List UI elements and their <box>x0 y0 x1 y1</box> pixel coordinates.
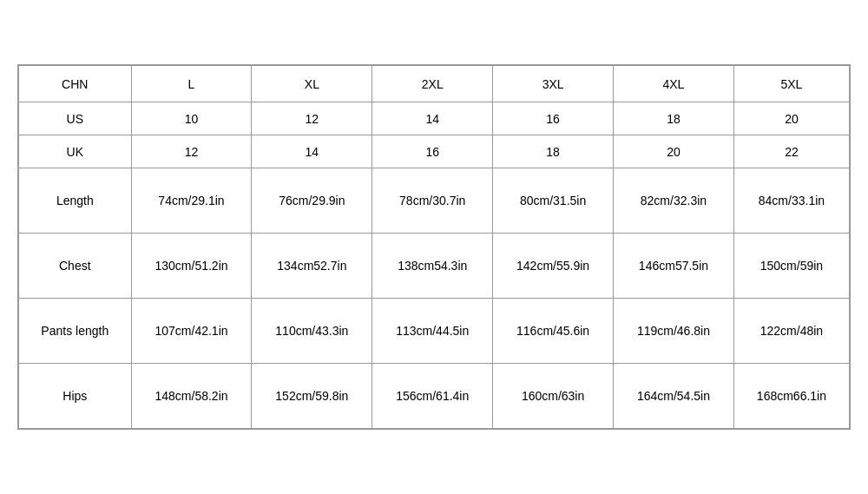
size-5xl: 5XL <box>733 66 849 102</box>
uk-5xl: 22 <box>733 135 849 168</box>
chest-2xl: 138cm54.3in <box>372 234 493 299</box>
length-xl: 76cm/29.9in <box>252 168 372 234</box>
length-l: 74cm/29.1in <box>131 168 252 234</box>
size-l: L <box>131 66 252 102</box>
size-xl: XL <box>252 66 372 102</box>
uk-xl: 14 <box>252 135 372 168</box>
us-row: US 10 12 14 16 18 20 <box>19 102 850 135</box>
chest-4xl: 146cm57.5in <box>614 234 734 299</box>
uk-row: UK 12 14 16 18 20 22 <box>19 135 850 168</box>
hips-label: Hips <box>19 364 132 429</box>
uk-l: 12 <box>131 135 252 168</box>
length-5xl: 84cm/33.1in <box>733 168 849 234</box>
uk-2xl: 16 <box>372 135 493 168</box>
chest-label: Chest <box>19 234 132 299</box>
hips-5xl: 168cm66.1in <box>733 364 849 429</box>
pants-length-3xl: 116cm/45.6in <box>493 299 614 364</box>
length-2xl: 78cm/30.7in <box>372 168 493 234</box>
length-4xl: 82cm/32.3in <box>614 168 734 234</box>
uk-3xl: 18 <box>493 135 614 168</box>
pants-length-4xl: 119cm/46.8in <box>614 299 734 364</box>
length-row: Length 74cm/29.1in 76cm/29.9in 78cm/30.7… <box>19 168 850 234</box>
length-3xl: 80cm/31.5in <box>493 168 614 234</box>
size-chart-table: CHN L XL 2XL 3XL 4XL 5XL US 10 12 14 16 … <box>18 65 850 429</box>
hips-l: 148cm/58.2in <box>131 364 252 429</box>
size-2xl: 2XL <box>372 66 493 102</box>
size-4xl: 4XL <box>614 66 734 102</box>
us-3xl: 16 <box>493 102 614 135</box>
us-5xl: 20 <box>733 102 849 135</box>
pants-length-row: Pants length 107cm/42.1in 110cm/43.3in 1… <box>19 299 850 364</box>
pants-length-l: 107cm/42.1in <box>131 299 252 364</box>
chest-3xl: 142cm/55.9in <box>493 234 614 299</box>
chest-row: Chest 130cm/51.2in 134cm52.7in 138cm54.3… <box>19 234 850 299</box>
hips-3xl: 160cm/63in <box>493 364 614 429</box>
chest-5xl: 150cm/59in <box>733 234 849 299</box>
size-3xl: 3XL <box>493 66 614 102</box>
us-4xl: 18 <box>614 102 734 135</box>
chn-label: CHN <box>19 66 132 102</box>
uk-label: UK <box>19 135 132 168</box>
us-l: 10 <box>131 102 252 135</box>
us-xl: 12 <box>252 102 372 135</box>
hips-xl: 152cm/59.8in <box>252 364 372 429</box>
chest-xl: 134cm52.7in <box>252 234 372 299</box>
pants-length-xl: 110cm/43.3in <box>252 299 372 364</box>
size-chart-container: CHN L XL 2XL 3XL 4XL 5XL US 10 12 14 16 … <box>17 64 851 430</box>
pants-length-2xl: 113cm/44.5in <box>372 299 493 364</box>
hips-4xl: 164cm/54.5in <box>614 364 734 429</box>
chest-l: 130cm/51.2in <box>131 234 252 299</box>
hips-row: Hips 148cm/58.2in 152cm/59.8in 156cm/61.… <box>19 364 850 429</box>
us-2xl: 14 <box>372 102 493 135</box>
uk-4xl: 20 <box>614 135 734 168</box>
chn-header-row: CHN L XL 2XL 3XL 4XL 5XL <box>19 66 850 102</box>
hips-2xl: 156cm/61.4in <box>372 364 493 429</box>
pants-length-5xl: 122cm/48in <box>733 299 849 364</box>
length-label: Length <box>19 168 132 234</box>
us-label: US <box>19 102 132 135</box>
pants-length-label: Pants length <box>19 299 132 364</box>
